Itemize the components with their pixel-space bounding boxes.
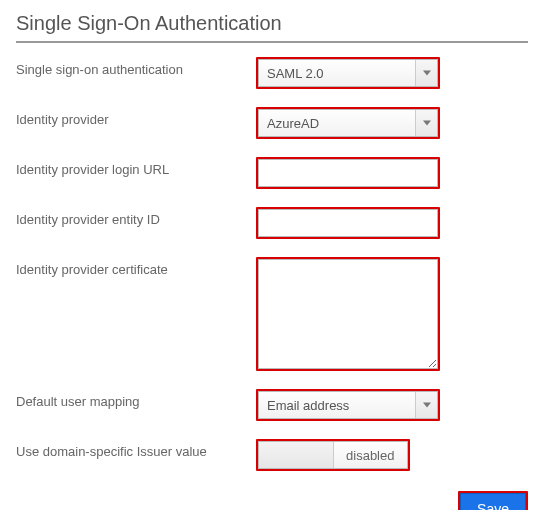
select-auth-value: SAML 2.0 xyxy=(259,66,415,81)
title-divider xyxy=(16,41,528,43)
label-default-mapping: Default user mapping xyxy=(16,389,256,409)
row-auth: Single sign-on authentication SAML 2.0 xyxy=(16,57,528,89)
row-domain-issuer: Use domain-specific Issuer value disable… xyxy=(16,439,528,471)
chevron-down-icon xyxy=(415,392,437,418)
chevron-down-icon xyxy=(415,60,437,86)
textarea-cert[interactable] xyxy=(259,260,437,368)
chevron-down-icon xyxy=(415,110,437,136)
select-default-mapping-value: Email address xyxy=(259,398,415,413)
select-idp-value: AzureAD xyxy=(259,116,415,131)
toggle-state-label: disabled xyxy=(334,442,408,468)
select-default-mapping[interactable]: Email address xyxy=(258,391,438,419)
label-auth: Single sign-on authentication xyxy=(16,57,256,77)
svg-marker-1 xyxy=(423,121,431,126)
panel-title: Single Sign-On Authentication xyxy=(16,12,528,35)
row-cert: Identity provider certificate xyxy=(16,257,528,371)
svg-marker-2 xyxy=(423,403,431,408)
row-idp: Identity provider AzureAD xyxy=(16,107,528,139)
row-default-mapping: Default user mapping Email address xyxy=(16,389,528,421)
toggle-knob xyxy=(259,442,334,468)
label-cert: Identity provider certificate xyxy=(16,257,256,277)
input-entity-id[interactable] xyxy=(259,210,437,236)
select-auth[interactable]: SAML 2.0 xyxy=(258,59,438,87)
label-entity-id: Identity provider entity ID xyxy=(16,207,256,227)
label-idp: Identity provider xyxy=(16,107,256,127)
row-login-url: Identity provider login URL xyxy=(16,157,528,189)
label-login-url: Identity provider login URL xyxy=(16,157,256,177)
save-button[interactable]: Save xyxy=(460,493,526,510)
label-domain-issuer: Use domain-specific Issuer value xyxy=(16,439,256,459)
sso-panel: Single Sign-On Authentication Single sig… xyxy=(0,0,544,510)
row-entity-id: Identity provider entity ID xyxy=(16,207,528,239)
save-row: Save xyxy=(16,491,528,510)
input-login-url[interactable] xyxy=(259,160,437,186)
select-idp[interactable]: AzureAD xyxy=(258,109,438,137)
svg-marker-0 xyxy=(423,71,431,76)
toggle-domain-issuer[interactable]: disabled xyxy=(258,441,408,469)
